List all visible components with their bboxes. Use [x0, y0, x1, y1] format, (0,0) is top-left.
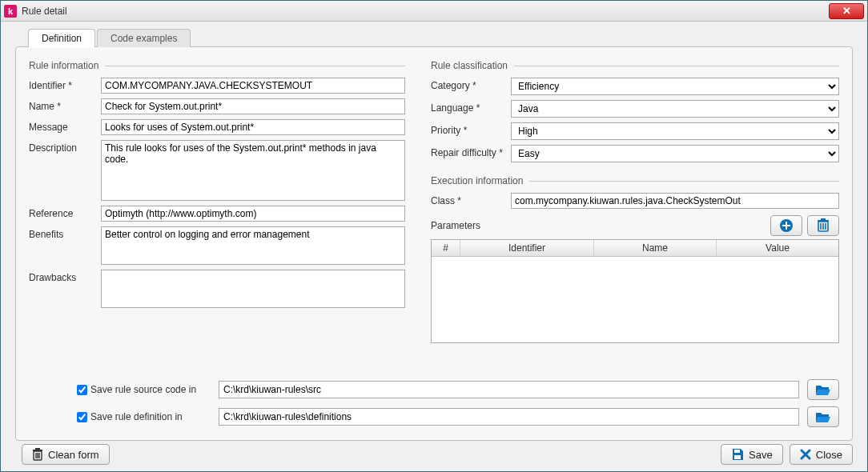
reference-input[interactable] [101, 206, 405, 222]
language-label: Language * [431, 100, 511, 114]
execution-information-group: Execution information Class * Parameters [431, 175, 839, 343]
footer: Clean form Save Close [15, 444, 853, 465]
plus-circle-icon [779, 218, 794, 233]
clean-form-label: Clean form [48, 449, 99, 461]
benefits-label: Benefits [29, 226, 101, 240]
browse-source-button[interactable] [807, 379, 839, 400]
priority-label: Priority * [431, 122, 511, 136]
titlebar: k Rule detail ✕ [1, 1, 867, 22]
save-button[interactable]: Save [721, 444, 783, 465]
left-column: Rule information Identifier * Name * [29, 60, 405, 376]
floppy-disk-icon [731, 448, 744, 461]
tab-definition[interactable]: Definition [28, 29, 95, 47]
parameters-table-body [432, 257, 838, 342]
svg-rect-16 [734, 455, 741, 459]
svg-rect-10 [33, 450, 42, 451]
message-label: Message [29, 119, 101, 133]
content-area: Definition Code examples Rule informatio… [1, 22, 867, 471]
rule-information-legend: Rule information [29, 60, 98, 71]
message-input[interactable] [101, 119, 405, 135]
class-input[interactable] [511, 193, 839, 209]
save-button-label: Save [749, 449, 773, 461]
close-button[interactable]: Close [790, 444, 853, 465]
browse-definition-button[interactable] [807, 406, 839, 427]
param-col-name: Name [594, 240, 717, 256]
save-definition-checkbox[interactable] [77, 412, 87, 422]
save-source-path-input[interactable] [219, 381, 799, 398]
tabs: Definition Code examples [28, 29, 853, 47]
description-textarea[interactable]: This rule looks for uses of the System.o… [101, 140, 405, 201]
category-label: Category * [431, 78, 511, 91]
priority-select[interactable]: High [511, 122, 839, 140]
close-button-label: Close [816, 449, 842, 461]
svg-rect-5 [821, 218, 826, 220]
category-select[interactable]: Efficiency [511, 78, 839, 95]
reference-label: Reference [29, 206, 101, 219]
rule-information-group: Rule information Identifier * Name * [29, 60, 405, 313]
svg-rect-4 [818, 220, 829, 222]
identifier-label: Identifier * [29, 78, 101, 91]
execution-information-legend: Execution information [431, 175, 523, 186]
drawbacks-label: Drawbacks [29, 270, 101, 283]
param-col-value: Value [717, 240, 838, 256]
save-definition-path-input[interactable] [219, 408, 799, 426]
rule-classification-group: Rule classification Category * Efficienc… [431, 60, 839, 167]
class-label: Class * [431, 193, 511, 206]
identifier-input[interactable] [101, 78, 405, 94]
close-icon [800, 449, 811, 460]
benefits-textarea[interactable]: Better control on logging and error mana… [101, 226, 405, 265]
parameters-label: Parameters [431, 220, 766, 231]
description-label: Description [29, 140, 101, 154]
parameters-table-header: # Identifier Name Value [432, 240, 838, 257]
delete-parameter-button[interactable] [807, 215, 839, 236]
name-input[interactable] [101, 98, 405, 114]
svg-rect-15 [734, 450, 740, 453]
save-source-checkbox[interactable] [77, 385, 87, 395]
definition-panel: Rule information Identifier * Name * [15, 46, 853, 441]
trash-icon [817, 218, 830, 233]
save-source-label: Save rule source code in [90, 384, 219, 395]
name-label: Name * [29, 98, 101, 112]
save-definition-label: Save rule definition in [90, 411, 219, 422]
parameters-table[interactable]: # Identifier Name Value [431, 239, 839, 343]
window-title: Rule detail [22, 6, 829, 17]
right-column: Rule classification Category * Efficienc… [431, 60, 839, 376]
tab-code-examples[interactable]: Code examples [97, 29, 191, 47]
rule-detail-window: k Rule detail ✕ Definition Code examples… [0, 0, 868, 472]
svg-rect-2 [782, 225, 790, 226]
repair-difficulty-label: Repair difficulty * [431, 145, 511, 158]
rule-classification-legend: Rule classification [431, 60, 508, 71]
folder-open-icon [815, 383, 831, 396]
clean-form-button[interactable]: Clean form [22, 444, 110, 465]
trash-icon [32, 448, 43, 461]
drawbacks-textarea[interactable] [101, 270, 405, 308]
save-paths: Save rule source code in Save rule defin… [29, 379, 839, 434]
app-icon: k [4, 5, 17, 18]
repair-difficulty-select[interactable]: Easy [511, 145, 839, 162]
add-parameter-button[interactable] [770, 215, 802, 236]
param-col-num: # [432, 240, 460, 256]
param-col-identifier: Identifier [460, 240, 594, 256]
folder-open-icon [815, 410, 831, 423]
svg-rect-11 [35, 448, 40, 450]
close-icon: ✕ [842, 5, 851, 17]
language-select[interactable]: Java [511, 100, 839, 118]
window-close-button[interactable]: ✕ [829, 3, 864, 19]
